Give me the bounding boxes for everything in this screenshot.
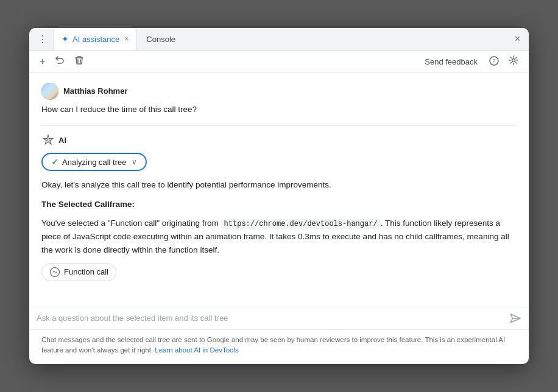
settings-button[interactable] xyxy=(506,54,521,69)
response-body-text: You've selected a "Function call" origin… xyxy=(41,219,221,228)
ai-response-body: You've selected a "Function call" origin… xyxy=(41,217,517,256)
ai-response-section: The Selected Callframe: xyxy=(41,198,517,211)
function-icon xyxy=(49,267,60,278)
analyzing-pill[interactable]: ✓ Analyzing call tree ∨ xyxy=(41,153,147,171)
menu-icon[interactable]: ⋮ xyxy=(34,31,51,47)
avatar xyxy=(41,83,58,100)
ai-header: AI xyxy=(41,133,517,147)
ai-tab-icon: ✦ xyxy=(62,34,69,44)
send-button[interactable] xyxy=(509,312,521,324)
user-header: Matthias Rohmer xyxy=(41,83,517,100)
function-call-chip[interactable]: Function call xyxy=(41,263,116,281)
input-area xyxy=(29,307,529,329)
console-tab-label: Console xyxy=(146,35,175,44)
svg-point-2 xyxy=(512,59,515,62)
section-title: The Selected Callframe: xyxy=(41,200,135,209)
analyzing-pill-text: Analyzing call tree xyxy=(62,158,127,167)
divider xyxy=(41,125,517,126)
ai-message: AI ✓ Analyzing call tree ∨ Okay, let's a… xyxy=(41,133,517,290)
add-button[interactable]: + xyxy=(37,54,48,69)
chat-area: Matthias Rohmer How can I reduce the tim… xyxy=(29,73,529,307)
tab-ai-assistance[interactable]: ✦ AI assistance × xyxy=(54,28,136,51)
help-button[interactable]: ? xyxy=(486,54,502,69)
ai-tab-close-icon[interactable]: × xyxy=(124,35,129,43)
ai-label: AI xyxy=(58,136,66,145)
user-message-text: How can I reduce the time of this call t… xyxy=(41,103,517,116)
user-name: Matthias Rohmer xyxy=(63,86,127,96)
window-close-button[interactable]: × xyxy=(511,31,524,47)
learn-more-link[interactable]: Learn about AI in DevTools xyxy=(155,346,238,354)
svg-text:?: ? xyxy=(493,58,496,65)
toolbar: + Send feedback ? xyxy=(29,51,529,73)
send-feedback-button[interactable]: Send feedback xyxy=(420,55,482,68)
footer: Chat messages and the selected call tree… xyxy=(29,329,529,365)
devtools-window: ⋮ ✦ AI assistance × Console × + Send fee… xyxy=(29,28,529,364)
tab-console[interactable]: Console xyxy=(139,28,183,51)
avatar-image xyxy=(41,83,58,100)
ai-response-intro: Okay, let's analyze this call tree to id… xyxy=(41,178,517,192)
check-icon: ✓ xyxy=(51,157,58,167)
chat-input[interactable] xyxy=(37,313,504,323)
svg-point-3 xyxy=(47,139,49,141)
tab-bar: ⋮ ✦ AI assistance × Console × xyxy=(29,28,529,51)
user-message: Matthias Rohmer How can I reduce the tim… xyxy=(41,83,517,116)
function-call-label: Function call xyxy=(64,267,108,276)
ai-assistance-tab-label: AI assistance xyxy=(72,35,119,44)
chevron-down-icon: ∨ xyxy=(132,158,137,166)
delete-button[interactable] xyxy=(71,54,87,69)
ai-icon xyxy=(41,133,55,147)
code-url: https://chrome.dev/devtools-hangar/ xyxy=(221,219,381,229)
footer-text: Chat messages and the selected call tree… xyxy=(41,336,505,354)
undo-button[interactable] xyxy=(52,54,68,69)
